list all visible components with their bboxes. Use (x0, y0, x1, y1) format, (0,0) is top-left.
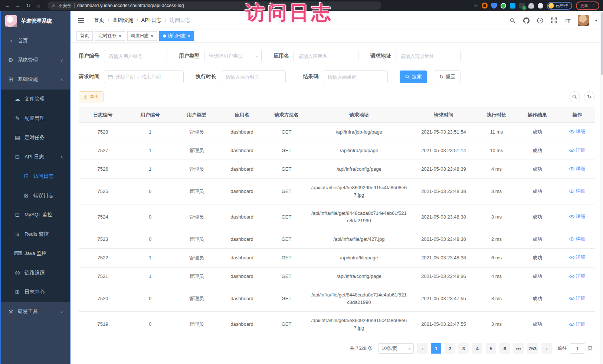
browser-back-icon[interactable]: ← (4, 3, 11, 9)
tag-scheduled-jobs[interactable]: 定时任务 × (95, 31, 125, 41)
detail-link[interactable]: 详细 (569, 235, 586, 243)
detail-link[interactable]: 详细 (569, 128, 586, 135)
result-code-input[interactable] (323, 70, 388, 83)
request-url-label: 请求地址 (370, 53, 391, 59)
close-icon[interactable]: × (151, 33, 154, 38)
sidebar-item-dev-tools[interactable]: ⚒ 研发工具 ∨ (1, 302, 70, 321)
github-icon[interactable] (523, 17, 530, 24)
window-scrollbar[interactable] (600, 11, 603, 364)
table-row: 75230管理员dashboardGET/api/infra/file/get/… (79, 230, 595, 249)
app-name-input[interactable] (294, 50, 358, 62)
goto-page-input[interactable] (570, 343, 585, 354)
extension-icon-translate[interactable] (519, 3, 525, 9)
detail-link[interactable]: 详细 (569, 165, 586, 173)
table-row: 75240管理员dashboardGET/api/infra/file/get/… (79, 204, 595, 230)
sidebar-item-home[interactable]: ◔ 首页 (1, 31, 70, 50)
breadcrumb-infrastructure[interactable]: 基础设施 (112, 17, 133, 24)
detail-link[interactable]: 详细 (569, 213, 586, 220)
extension-icon-puzzle[interactable] (510, 3, 515, 9)
app-logo[interactable]: 芋道管理系统 (1, 11, 70, 31)
detail-link[interactable]: 详细 (569, 147, 586, 154)
page-button-1[interactable]: 1 (431, 343, 441, 354)
breadcrumb-api-log[interactable]: API 日志 (141, 17, 161, 24)
font-size-icon[interactable]: TT (564, 17, 571, 24)
detail-link[interactable]: 详细 (569, 254, 586, 261)
end-date-placeholder: 结束日期 (141, 73, 161, 80)
profile-paused-badge[interactable]: 已暂停 (547, 2, 572, 10)
col-actions: 操作 (560, 107, 595, 123)
cloud-upload-icon: ☁ (14, 96, 21, 102)
sidebar-item-java-monitor[interactable]: ⌨ Java 监控 (1, 244, 70, 263)
browser-menu-icon[interactable]: ⋮ (591, 3, 595, 8)
tag-home[interactable]: 首页 (76, 31, 93, 41)
page-button-3[interactable]: 3 (458, 343, 469, 354)
avatar-caret-icon[interactable]: ▾ (595, 19, 597, 23)
extension-icon-orange[interactable] (482, 3, 488, 9)
table-row: 75261管理员dashboardGET/api/infra/config/pa… (79, 160, 595, 178)
browser-reload-icon[interactable]: ↻ (24, 3, 32, 9)
prev-page-button[interactable]: ‹ (417, 343, 427, 354)
reset-button[interactable]: ↻ 重置 (434, 70, 461, 83)
security-label[interactable]: 不安全 (58, 3, 72, 9)
sidebar-item-api-log[interactable]: ⊡ API 日志 ∧ (1, 147, 70, 167)
hamburger-icon[interactable] (78, 20, 84, 21)
sidebar-item-redis-monitor[interactable]: ≋ Redis 监控 (1, 224, 70, 244)
address-bar[interactable]: ⚠ 不安全 dashboard.yudao.iocoder.cn/infra/l… (47, 1, 381, 10)
eye-icon (569, 148, 574, 152)
close-icon[interactable]: × (118, 33, 121, 38)
bookmark-star-icon[interactable]: ☆ (473, 3, 478, 9)
sidebar-item-scheduled-jobs[interactable]: ▤ 定时任务 (1, 128, 70, 147)
sidebar-item-system[interactable]: ⚙ 系统管理 ∨ (1, 50, 70, 70)
toggle-search-button[interactable] (569, 91, 580, 102)
request-url-input[interactable] (396, 50, 461, 62)
user-id-input[interactable] (104, 50, 167, 62)
scrollbar-thumb[interactable] (601, 12, 603, 75)
sidebar-item-trace[interactable]: ◎ 链路追踪 (1, 263, 70, 282)
goto-page: 前往 页 (557, 343, 593, 354)
page-ellipsis[interactable]: ••• (513, 343, 524, 354)
user-type-select[interactable]: 请选择用户类型 ▾ (204, 50, 262, 62)
breadcrumb-home[interactable]: 首页 (94, 17, 104, 24)
tag-schedule-log[interactable]: 调度日志 × (127, 31, 157, 41)
page-button-6[interactable]: 6 (499, 343, 510, 354)
request-time-range-picker[interactable]: 开始日期 - 结束日期 (104, 70, 184, 83)
extension-icon-green[interactable] (501, 3, 506, 9)
duration-input[interactable] (221, 70, 286, 83)
eye-icon (569, 237, 574, 241)
sidebar-item-infrastructure[interactable]: ⊞ 基础设施 ∧ (1, 70, 70, 89)
sidebar-item-error-log[interactable]: ⊠ 错误日志 (1, 186, 70, 205)
help-icon[interactable]: ? (537, 17, 544, 24)
page-button-5[interactable]: 5 (486, 343, 496, 354)
detail-link[interactable]: 详细 (569, 321, 586, 328)
detail-link[interactable]: 详细 (569, 295, 586, 302)
detail-link[interactable]: 详细 (569, 273, 586, 280)
chevron-down-icon: ▾ (409, 347, 410, 351)
extension-icon-ghost[interactable] (528, 3, 534, 9)
search-button[interactable]: 搜索 (400, 70, 427, 83)
sidebar-item-log-center[interactable]: ⊞ 日志中心 (1, 282, 70, 302)
browser-home-icon[interactable]: ⌂ (35, 3, 42, 9)
sidebar-item-file-manage[interactable]: ☁ 文件管理 (1, 89, 70, 109)
browser-update-button[interactable]: 更新 ⋮ (576, 1, 599, 10)
tag-access-log[interactable]: 访问日志 × (159, 31, 194, 41)
page-size-select[interactable]: 10条/页 ▾ (378, 343, 414, 354)
browser-forward-icon[interactable]: → (14, 3, 22, 9)
fullscreen-icon[interactable] (550, 17, 558, 24)
search-icon[interactable] (509, 17, 517, 24)
user-avatar[interactable] (578, 15, 589, 26)
page-button-4[interactable]: 4 (472, 343, 482, 354)
refresh-table-button[interactable]: ↻ (584, 91, 595, 102)
detail-link[interactable]: 详细 (569, 187, 586, 195)
sidebar-item-mysql-monitor[interactable]: ⊟ MySQL 监控 (1, 205, 70, 224)
extension-icon-pinwheel[interactable] (538, 3, 543, 9)
url-text[interactable]: dashboard.yudao.iocoder.cn/infra/log/api… (77, 3, 184, 8)
export-button[interactable]: 导出 (79, 91, 104, 102)
page-button-753[interactable]: 753 (527, 343, 538, 354)
close-icon[interactable]: × (187, 33, 190, 38)
page-button-2[interactable]: 2 (445, 343, 455, 354)
col-method: 请求方法名 (264, 107, 309, 123)
next-page-button[interactable]: › (541, 343, 552, 354)
extension-icon-shield[interactable] (491, 3, 497, 9)
sidebar-item-config-manage[interactable]: ✎ 配置管理 (1, 109, 70, 128)
sidebar-item-access-log[interactable]: ⊡ 访问日志 (1, 167, 70, 186)
